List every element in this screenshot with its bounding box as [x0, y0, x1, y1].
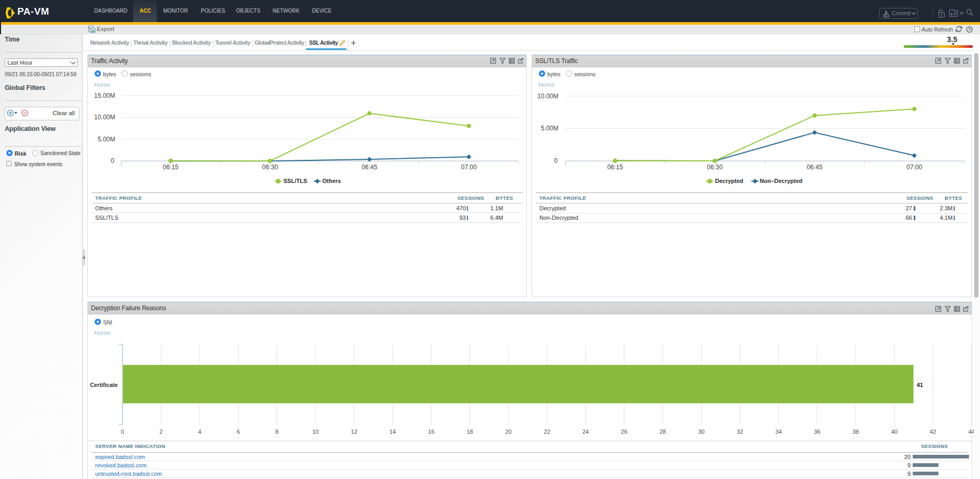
svg-text:?: ? — [968, 27, 971, 32]
